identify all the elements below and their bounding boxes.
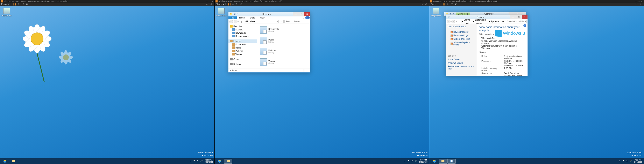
view-details-button[interactable] bbox=[300, 69, 304, 72]
fit-icon[interactable]: ⛶ bbox=[236, 3, 239, 5]
fullscreen-icon[interactable]: ◻ bbox=[635, 3, 638, 5]
window-min-button[interactable]: — bbox=[293, 12, 298, 16]
window-max-button[interactable]: □ bbox=[516, 15, 522, 19]
library-tile-pictures[interactable]: PicturesLibrary bbox=[259, 47, 290, 56]
more-features-link[interactable]: Get more features with a new edition of … bbox=[482, 45, 525, 49]
expand-ribbon-icon[interactable]: ⌄ bbox=[300, 16, 305, 19]
device-manager-link[interactable]: Device Manager bbox=[448, 30, 475, 34]
dropdown-icon[interactable]: ▾ bbox=[223, 3, 224, 5]
flag-icon[interactable]: ⚑ bbox=[622, 160, 625, 163]
nav-downloads[interactable]: Downloads bbox=[228, 31, 257, 34]
ie-taskbar-icon[interactable] bbox=[430, 159, 438, 164]
back-button[interactable]: ← bbox=[447, 20, 450, 23]
network-icon[interactable]: 🖧 bbox=[626, 160, 628, 163]
fit-icon[interactable]: ⛶ bbox=[21, 3, 24, 5]
refresh-button[interactable]: ⟳ bbox=[280, 20, 284, 23]
taskbar-clock[interactable]: 7:29 PM5/31/2023 bbox=[204, 159, 213, 163]
window-close-button[interactable]: ✕ bbox=[522, 15, 528, 19]
volume-icon[interactable]: 🔊 bbox=[415, 160, 418, 163]
snapshot-icon[interactable]: ⟳ bbox=[232, 3, 235, 5]
pause-icon[interactable]: ❚❚ bbox=[13, 3, 16, 5]
addr-dropdown-icon[interactable]: ▾ bbox=[276, 20, 278, 23]
forward-button[interactable]: → bbox=[234, 20, 238, 23]
nav-favorites[interactable]: Favorites bbox=[228, 25, 257, 28]
snapshot-icon[interactable]: ⟳ bbox=[17, 3, 20, 5]
library-tile-music[interactable]: MusicLibrary bbox=[259, 36, 290, 45]
breadcrumb-item[interactable]: System bbox=[491, 20, 498, 23]
forward-button[interactable]: → bbox=[451, 20, 455, 23]
windows-update-link[interactable]: Windows Update bbox=[448, 61, 475, 65]
tab-file[interactable]: File bbox=[228, 16, 237, 19]
nav-videos[interactable]: Videos bbox=[228, 53, 257, 56]
addr-dropdown-icon[interactable]: ▾ bbox=[498, 20, 499, 23]
unity-icon[interactable]: ◧ bbox=[455, 3, 458, 5]
tray-up-icon[interactable]: ▴ bbox=[618, 160, 621, 163]
explorer-taskbar-icon[interactable] bbox=[439, 159, 447, 164]
cycle-icon[interactable]: ↺ bbox=[639, 3, 642, 5]
recycle-bin-icon[interactable]: Recycle Bin bbox=[216, 7, 226, 17]
volume-icon[interactable]: 🔊 bbox=[200, 160, 203, 163]
advanced-settings-link[interactable]: Advanced system settings bbox=[448, 41, 475, 46]
explorer-taskbar-icon[interactable] bbox=[10, 159, 18, 164]
ie-taskbar-icon[interactable] bbox=[1, 159, 9, 164]
tray-up-icon[interactable]: ▴ bbox=[189, 160, 192, 163]
cp-home-link[interactable]: Control Panel Home bbox=[448, 25, 475, 28]
system-icon[interactable]: 🖥 bbox=[447, 16, 450, 18]
view-tiles-button[interactable] bbox=[304, 69, 308, 72]
system-protection-link[interactable]: System protection bbox=[448, 37, 475, 41]
content-pane[interactable]: DocumentsLibrary MusicLibrary PicturesLi… bbox=[257, 24, 310, 68]
dropdown-icon[interactable]: ▾ bbox=[438, 3, 438, 5]
window-min-button[interactable]: — bbox=[510, 15, 516, 19]
network-icon[interactable]: 🖧 bbox=[196, 160, 199, 163]
fullscreen-icon[interactable]: ◻ bbox=[420, 3, 423, 5]
max-button[interactable]: □ bbox=[208, 0, 211, 2]
tab-share[interactable]: Share bbox=[247, 16, 258, 19]
control-panel-taskbar-icon[interactable] bbox=[448, 159, 456, 164]
help-icon[interactable]: ? bbox=[524, 24, 526, 27]
close-button[interactable]: ✕ bbox=[640, 0, 643, 2]
max-button[interactable]: □ bbox=[423, 0, 426, 2]
flag-icon[interactable]: ⚑ bbox=[407, 160, 410, 163]
snapshot-icon[interactable]: ⟳ bbox=[446, 3, 449, 5]
remote-settings-link[interactable]: Remote settings bbox=[448, 34, 475, 37]
min-button[interactable]: — bbox=[635, 0, 637, 2]
up-button[interactable]: ↑ bbox=[240, 20, 243, 23]
history-dropdown-icon[interactable]: ▾ bbox=[238, 20, 239, 22]
player-menu[interactable]: Player bbox=[430, 3, 436, 5]
nav-libraries[interactable]: Libraries bbox=[228, 39, 257, 43]
dropdown-icon[interactable]: ▾ bbox=[8, 3, 9, 5]
taskbar-clock[interactable]: 7:30 PM5/31/2023 bbox=[419, 159, 428, 163]
min-button[interactable]: — bbox=[420, 0, 422, 2]
perf-info-link[interactable]: Performance Information and Tools bbox=[448, 65, 475, 70]
windows-desktop[interactable]: Recycle Bin Windows 8 ProBuild 9200 📁 ▣ … bbox=[215, 6, 429, 164]
windows-desktop[interactable]: Recycle Bin Windows 8 ProBuild 9200 ▴ ⚑ … bbox=[0, 6, 214, 164]
pause-icon[interactable]: ❚❚ bbox=[228, 3, 230, 5]
close-button[interactable]: ✕ bbox=[211, 0, 214, 2]
player-menu[interactable]: Player bbox=[216, 3, 222, 5]
search-input[interactable] bbox=[506, 20, 527, 23]
help-icon[interactable]: ? bbox=[305, 16, 310, 19]
action-center-link[interactable]: Action Center bbox=[448, 58, 475, 61]
nav-pictures[interactable]: Pictures bbox=[228, 49, 257, 53]
library-tile-documents[interactable]: DocumentsLibrary bbox=[259, 25, 290, 34]
refresh-button[interactable]: ⟳ bbox=[501, 20, 505, 23]
search-input[interactable] bbox=[284, 20, 309, 23]
cycle-icon[interactable]: ↺ bbox=[424, 3, 427, 5]
recycle-bin-icon[interactable]: Recycle Bin bbox=[431, 7, 441, 17]
windows-desktop[interactable]: Recycle Bin Windows 8 ProBuild 9200 📁▣▾ … bbox=[429, 6, 644, 164]
back-button[interactable]: ← bbox=[229, 20, 233, 23]
rating-link[interactable]: System rating is not available bbox=[504, 55, 525, 60]
library-tile-videos[interactable]: VideosLibrary bbox=[259, 58, 290, 67]
tray-up-icon[interactable]: ▴ bbox=[404, 160, 406, 163]
cycle-icon[interactable]: ↺ bbox=[210, 3, 212, 5]
flag-icon[interactable]: ⚑ bbox=[193, 160, 196, 163]
fullscreen-icon[interactable]: ◻ bbox=[206, 3, 208, 5]
window-max-button[interactable]: □ bbox=[298, 12, 304, 16]
up-button[interactable]: ↑ bbox=[458, 20, 460, 23]
history-dropdown-icon[interactable]: ▾ bbox=[456, 20, 457, 22]
pause-icon[interactable]: ❚❚ bbox=[442, 3, 445, 5]
unity-icon[interactable]: ◧ bbox=[240, 3, 243, 5]
player-menu[interactable]: Player bbox=[1, 3, 7, 5]
address-bar[interactable]: ▸ Libraries ▸ ▾ bbox=[244, 20, 279, 23]
nav-music[interactable]: Music bbox=[228, 46, 257, 49]
